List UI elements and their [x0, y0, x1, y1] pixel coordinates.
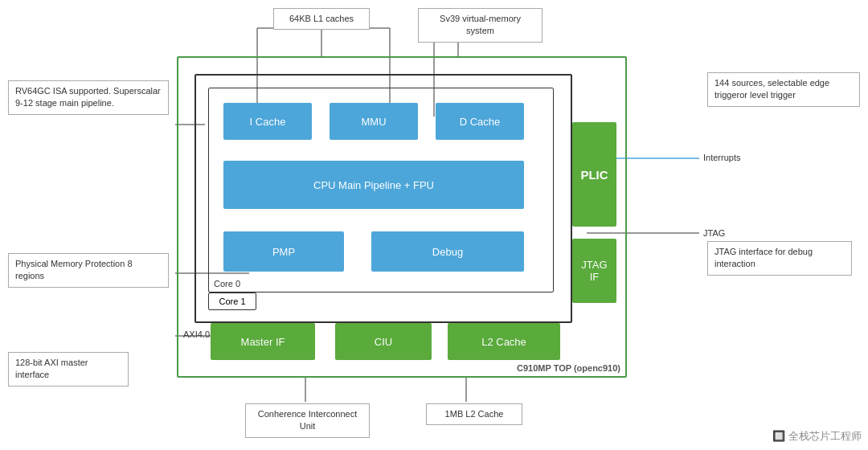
- debug-block: Debug: [371, 231, 524, 272]
- axi-master-annotation: 128-bit AXI master interface: [8, 352, 129, 387]
- core1-box: Core 1: [208, 292, 256, 310]
- c910mp-top-box: I Cache MMU D Cache CPU Main Pipeline + …: [177, 56, 627, 378]
- watermark: 🔲 全栈芯片工程师: [772, 429, 862, 444]
- dcache-block: D Cache: [436, 103, 524, 140]
- core0-box: I Cache MMU D Cache CPU Main Pipeline + …: [208, 88, 554, 292]
- l2cache-block: L2 Cache: [448, 323, 560, 360]
- master-if-block: Master IF: [211, 323, 315, 360]
- l1-caches-annotation: 64KB L1 caches: [273, 8, 370, 30]
- pmp-block: PMP: [223, 231, 344, 272]
- core-area-box: I Cache MMU D Cache CPU Main Pipeline + …: [194, 74, 572, 323]
- l2cache-desc-annotation: 1MB L2 Cache: [426, 403, 522, 425]
- diagram: 64KB L1 caches Sv39 virtual-memory syste…: [0, 0, 868, 450]
- icache-block: I Cache: [223, 103, 312, 140]
- plic-block: PLIC: [572, 122, 616, 227]
- jtag-desc-annotation: JTAG interface for debug interaction: [707, 241, 852, 276]
- c910mp-label: C910MP TOP (openc910): [517, 363, 620, 373]
- jtag-label: JTAG: [703, 228, 725, 238]
- pmp-annotation: Physical Memory Protection 8 regions: [8, 253, 169, 288]
- rv64gc-annotation: RV64GC ISA supported. Superscalar 9-12 s…: [8, 80, 169, 115]
- mmu-block: MMU: [330, 103, 418, 140]
- sv39-annotation: Sv39 virtual-memory system: [418, 8, 542, 43]
- interrupts-label: Interrupts: [703, 153, 740, 162]
- plic-desc-annotation: 144 sources, selectable edge triggeror l…: [707, 72, 860, 107]
- core0-label: Core 0: [214, 279, 240, 288]
- coherence-annotation: Conherence Interconnect Unit: [245, 403, 370, 438]
- cpu-pipeline-block: CPU Main Pipeline + FPU: [223, 161, 524, 209]
- jtag-if-block: JTAG IF: [572, 239, 616, 303]
- ciu-block: CIU: [335, 323, 432, 360]
